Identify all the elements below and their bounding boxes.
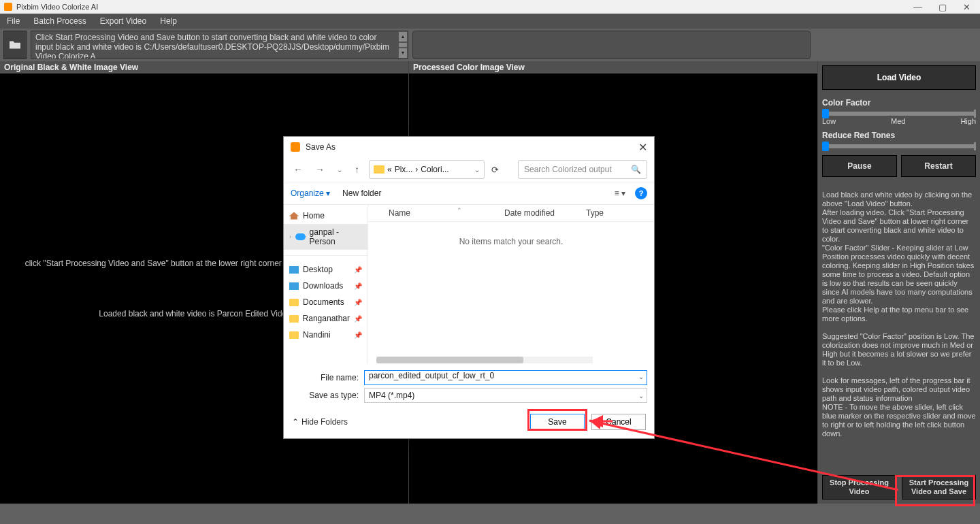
search-placeholder: Search Colorized output xyxy=(524,165,612,174)
nav-personal[interactable]: ›ganpal - Person xyxy=(284,224,368,250)
empty-message: No items match your search. xyxy=(368,237,654,246)
save-button[interactable]: Save xyxy=(530,414,585,430)
nav-back-button[interactable]: ← xyxy=(291,164,306,175)
folder-icon xyxy=(8,39,22,50)
refresh-button[interactable]: ⟳ xyxy=(491,165,499,175)
nav-up-button[interactable]: ↑ xyxy=(352,164,362,175)
processed-view-header: Processed Color Image View xyxy=(409,61,817,73)
dialog-app-icon xyxy=(291,142,300,152)
original-view-header: Original Black & White Image View xyxy=(0,61,408,73)
save-type-label: Save as type: xyxy=(291,391,359,400)
status-line: input black and white video is C:/Users/… xyxy=(35,42,404,59)
close-button[interactable]: ✕ xyxy=(963,2,970,12)
chevron-down-icon[interactable]: ⌄ xyxy=(638,392,644,399)
chevron-down-icon[interactable]: ⌄ xyxy=(638,373,644,380)
pin-icon: 📌 xyxy=(354,331,362,339)
color-factor-label: Color Factor xyxy=(822,98,976,108)
nav-desktop[interactable]: Desktop📌 xyxy=(284,261,368,278)
start-processing-button[interactable]: Start Processing Video and Save xyxy=(902,475,976,500)
search-icon: 🔍 xyxy=(631,165,641,174)
help-text: Load black and white video by clicking o… xyxy=(822,191,976,438)
nav-forward-button[interactable]: → xyxy=(312,164,327,175)
dialog-footer: ⌃Hide Folders Save Cancel xyxy=(284,407,654,438)
organize-menu[interactable]: Organize ▾ xyxy=(291,189,330,198)
view-mode-button[interactable]: ≡ ▾ xyxy=(615,189,625,198)
cancel-button[interactable]: Cancel xyxy=(591,414,646,430)
hide-folders-toggle[interactable]: ⌃Hide Folders xyxy=(292,417,348,427)
menu-bar: File Batch Process Export Video Help xyxy=(0,14,980,29)
dialog-title: Save As xyxy=(306,142,336,152)
col-type[interactable]: Type xyxy=(586,208,654,218)
pin-icon: 📌 xyxy=(354,282,362,290)
pause-button[interactable]: Pause xyxy=(822,155,897,177)
horizontal-scrollbar[interactable] xyxy=(376,357,593,363)
stop-processing-button[interactable]: Stop Processing Video xyxy=(822,475,896,500)
nav-folder[interactable]: Nandini📌 xyxy=(284,327,368,343)
pin-icon: 📌 xyxy=(354,315,362,323)
message-scrollbar[interactable]: ▲▼ xyxy=(398,31,408,59)
col-name[interactable]: Name xyxy=(368,208,504,218)
nav-documents[interactable]: Documents📌 xyxy=(284,294,368,310)
save-as-dialog: Save As ✕ ← → ⌄ ↑ « Pix... › Colori... ⌄… xyxy=(283,136,655,439)
help-icon[interactable]: ? xyxy=(635,187,647,199)
column-headers[interactable]: ⌃ Name Date modified Type xyxy=(368,205,654,222)
nav-recent-button[interactable]: ⌄ xyxy=(334,166,345,174)
chevron-up-icon: ⌃ xyxy=(292,417,299,427)
menu-file[interactable]: File xyxy=(0,16,27,26)
load-video-button[interactable]: Load Video xyxy=(822,65,976,90)
color-factor-ticks: Low Med High xyxy=(822,117,976,125)
color-factor-slider[interactable] xyxy=(822,112,976,116)
side-panel: Load Video Color Factor Low Med High Red… xyxy=(818,61,980,504)
nav-folder[interactable]: Ranganathar📌 xyxy=(284,310,368,327)
pin-icon: 📌 xyxy=(354,266,362,274)
folder-icon xyxy=(374,165,385,174)
pin-icon: 📌 xyxy=(354,299,362,306)
crumb-prefix: « xyxy=(387,165,392,174)
tick-med: Med xyxy=(891,117,905,125)
nav-home[interactable]: Home xyxy=(284,208,368,224)
path-input[interactable] xyxy=(412,31,811,59)
new-folder-button[interactable]: New folder xyxy=(342,189,381,198)
breadcrumb[interactable]: « Pix... › Colori... ⌄ xyxy=(369,160,485,179)
minimize-button[interactable]: — xyxy=(913,2,922,12)
chevron-down-icon[interactable]: ⌄ xyxy=(474,166,480,174)
open-folder-button[interactable] xyxy=(3,31,27,59)
col-date[interactable]: Date modified xyxy=(504,208,586,218)
dialog-nav-tree: Home ›ganpal - Person Desktop📌 Downloads… xyxy=(284,205,368,363)
slider-thumb[interactable] xyxy=(822,142,829,151)
dialog-search-input[interactable]: Search Colorized output 🔍 xyxy=(518,160,647,179)
dialog-toolbar: Organize ▾ New folder ≡ ▾ ? xyxy=(284,182,654,205)
maximize-button[interactable]: ▢ xyxy=(938,2,947,12)
save-type-select[interactable]: MP4 (*.mp4)⌄ xyxy=(364,388,647,403)
window-titlebar: Pixbim Video Colorize AI — ▢ ✕ xyxy=(0,0,980,14)
window-title: Pixbim Video Colorize AI xyxy=(16,3,98,11)
file-name-label: File name: xyxy=(291,373,359,382)
reduce-red-slider[interactable] xyxy=(822,144,976,148)
slider-thumb[interactable] xyxy=(822,109,829,118)
menu-batch-process[interactable]: Batch Process xyxy=(27,16,93,26)
crumb-segment[interactable]: Colori... xyxy=(421,165,448,174)
sort-asc-icon: ⌃ xyxy=(457,207,462,214)
dialog-close-button[interactable]: ✕ xyxy=(638,141,647,154)
top-row: Click Start Processing Video and Save bu… xyxy=(0,29,980,61)
dialog-titlebar: Save As ✕ xyxy=(284,137,654,157)
tick-high: High xyxy=(960,117,976,125)
menu-export-video[interactable]: Export Video xyxy=(93,16,154,26)
file-name-input[interactable]: parcon_edited_output_cf_low_rt_0⌄ xyxy=(364,370,647,385)
crumb-segment[interactable]: Pix... xyxy=(395,165,413,174)
menu-help[interactable]: Help xyxy=(153,16,184,26)
nav-downloads[interactable]: Downloads📌 xyxy=(284,278,368,294)
app-logo-icon xyxy=(4,3,12,11)
restart-button[interactable]: Restart xyxy=(901,155,976,177)
reduce-red-label: Reduce Red Tones xyxy=(822,131,976,140)
dialog-nav-bar: ← → ⌄ ↑ « Pix... › Colori... ⌄ ⟳ Search … xyxy=(284,157,654,182)
crumb-sep: › xyxy=(415,165,418,174)
status-line: Click Start Processing Video and Save bu… xyxy=(35,33,404,42)
dialog-fields: File name: parcon_edited_output_cf_low_r… xyxy=(284,363,654,407)
file-list[interactable]: ⌃ Name Date modified Type No items match… xyxy=(368,205,654,363)
status-message-box: Click Start Processing Video and Save bu… xyxy=(31,31,408,59)
